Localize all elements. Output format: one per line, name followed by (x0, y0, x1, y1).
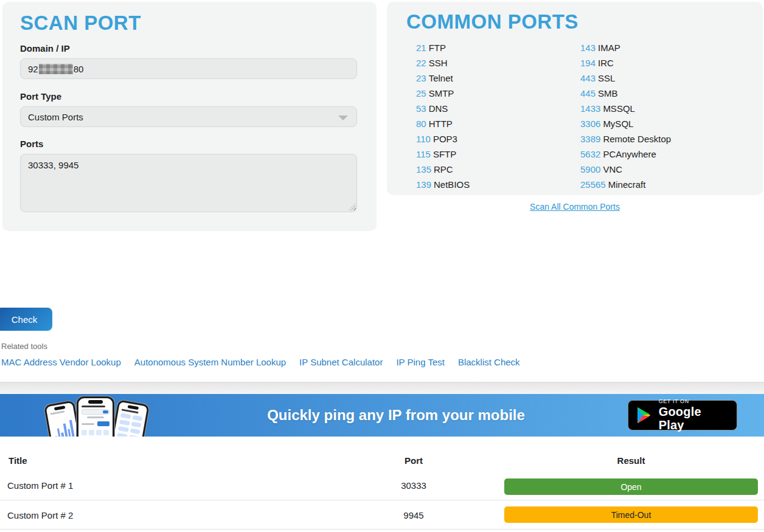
common-port-name: POP3 (433, 134, 457, 144)
common-port-name: SSL (598, 73, 615, 83)
common-port-item: 115SFTP (416, 147, 470, 162)
common-port-link[interactable]: 5632 (580, 149, 600, 159)
common-port-link[interactable]: 53 (416, 103, 426, 114)
common-ports-panel: COMMON PORTS 21FTP 22SSH 23Telnet 25SMTP… (387, 2, 763, 195)
related-link-ip-ping-test[interactable]: IP Ping Test (396, 357, 445, 367)
domain-ip-suffix: 80 (74, 64, 84, 74)
results-header-result: Result (504, 455, 758, 466)
domain-ip-input[interactable]: 9280 (20, 58, 357, 79)
common-port-name: VNC (603, 164, 622, 174)
common-port-item: 194IRC (580, 55, 671, 71)
common-port-link[interactable]: 139 (416, 179, 431, 190)
common-port-name: IRC (598, 58, 614, 68)
common-port-name: HTTP (429, 119, 453, 129)
common-ports-title: COMMON PORTS (406, 10, 578, 33)
common-port-name: SMB (598, 88, 618, 98)
common-port-item: 3389Remote Desktop (580, 131, 671, 147)
common-port-link[interactable]: 21 (416, 43, 426, 53)
common-port-link[interactable]: 445 (580, 88, 596, 98)
common-ports-column-right: 143IMAP 194IRC 443SSL 445SMB 1433MSSQL 3… (580, 40, 671, 192)
related-link-asn-lookup[interactable]: Autonomous System Number Lookup (134, 357, 286, 367)
common-port-item: 445SMB (580, 86, 671, 101)
related-link-ip-subnet-calculator[interactable]: IP Subnet Calculator (299, 357, 383, 367)
common-port-name: PCAnywhere (603, 149, 656, 159)
common-port-name: MSSQL (603, 103, 635, 114)
ports-label: Ports (20, 139, 43, 149)
check-button[interactable]: Check (0, 308, 52, 331)
common-port-link[interactable]: 3389 (580, 134, 600, 144)
common-ports-column-left: 21FTP 22SSH 23Telnet 25SMTP 53DNS 80HTTP… (416, 40, 470, 192)
domain-ip-prefix: 92 (28, 64, 38, 74)
common-port-link[interactable]: 80 (416, 119, 426, 129)
common-port-item: 143IMAP (580, 40, 671, 55)
result-row-title: Custom Port # 2 (7, 510, 73, 520)
result-status-badge-timeout: Timed-Out (504, 506, 758, 523)
common-port-item: 1433MSSQL (580, 101, 671, 116)
port-type-selected-value: Custom Ports (28, 112, 83, 122)
related-link-mac-address-vendor-lookup[interactable]: MAC Address Vendor Lookup (1, 357, 121, 367)
related-link-blacklist-check[interactable]: Blacklist Check (458, 357, 520, 367)
scan-port-title: SCAN PORT (20, 12, 141, 35)
common-port-item: 21FTP (416, 40, 470, 55)
common-port-name: Telnet (429, 73, 453, 83)
common-port-link[interactable]: 23 (416, 73, 426, 83)
common-port-name: MySQL (603, 119, 633, 129)
scan-all-wrap: Scan All Common Ports (387, 201, 763, 212)
common-port-link[interactable]: 3306 (580, 119, 600, 129)
badge-google-play-text: Google Play (659, 405, 729, 432)
common-port-item: 3306MySQL (580, 116, 671, 131)
common-port-item: 443SSL (580, 71, 671, 86)
common-port-item: 139NetBIOS (416, 177, 470, 192)
common-port-name: FTP (429, 43, 446, 53)
common-port-name: SFTP (433, 149, 456, 159)
common-port-item: 25SMTP (416, 86, 470, 101)
common-port-item: 110POP3 (416, 131, 470, 147)
related-tools-links: MAC Address Vendor Lookup Autonomous Sys… (1, 357, 520, 367)
common-port-link[interactable]: 194 (580, 58, 596, 68)
common-port-item: 80HTTP (416, 116, 470, 131)
common-port-item: 53DNS (416, 101, 470, 116)
common-port-name: Remote Desktop (603, 134, 671, 144)
phone-mockup-right (108, 399, 150, 437)
common-port-link[interactable]: 22 (416, 58, 426, 68)
common-port-link[interactable]: 135 (416, 164, 431, 174)
section-divider-band (0, 382, 764, 394)
common-port-item: 22SSH (416, 55, 470, 71)
scan-port-panel: SCAN PORT Domain / IP 9280 Port Type Cus… (2, 2, 377, 231)
port-type-label: Port Type (20, 91, 61, 102)
badge-get-it-on-text: GET IT ON (659, 399, 729, 405)
common-port-link[interactable]: 115 (416, 149, 431, 159)
redacted-blur-block (39, 64, 73, 74)
common-port-link[interactable]: 25565 (580, 179, 606, 190)
ports-textarea[interactable]: 30333, 9945 (20, 154, 357, 212)
result-row-title: Custom Port # 1 (7, 480, 73, 491)
related-tools-label: Related tools (1, 342, 47, 351)
common-port-item: 5900VNC (580, 162, 671, 177)
common-port-link[interactable]: 5900 (580, 164, 600, 174)
result-row-port: 9945 (341, 510, 487, 520)
port-type-select[interactable]: Custom Ports (20, 106, 357, 127)
google-play-badge[interactable]: GET IT ON Google Play (628, 400, 737, 430)
common-port-name: Minecraft (608, 179, 646, 190)
domain-ip-label: Domain / IP (20, 43, 70, 54)
common-port-name: SMTP (429, 88, 454, 98)
common-port-link[interactable]: 443 (580, 73, 596, 83)
common-port-item: 135RPC (416, 162, 470, 177)
common-port-name: IMAP (598, 43, 620, 53)
result-status-badge-open: Open (504, 478, 758, 495)
common-port-link[interactable]: 110 (416, 134, 431, 144)
result-row-port: 30333 (341, 480, 487, 491)
common-port-item: 25565Minecraft (580, 177, 671, 192)
common-port-name: DNS (429, 103, 448, 114)
common-port-name: SSH (429, 58, 448, 68)
common-port-item: 23Telnet (416, 71, 470, 86)
scan-all-common-ports-link[interactable]: Scan All Common Ports (530, 202, 620, 212)
common-port-link[interactable]: 25 (416, 88, 426, 98)
common-port-item: 5632PCAnywhere (580, 147, 671, 162)
common-port-link[interactable]: 1433 (580, 103, 600, 114)
common-port-link[interactable]: 143 (580, 43, 596, 53)
chevron-down-icon (338, 116, 348, 120)
promo-banner: Quickly ping any IP from your mobile GET… (0, 394, 764, 437)
row-divider (0, 500, 764, 500)
results-header-title: Title (9, 455, 27, 466)
